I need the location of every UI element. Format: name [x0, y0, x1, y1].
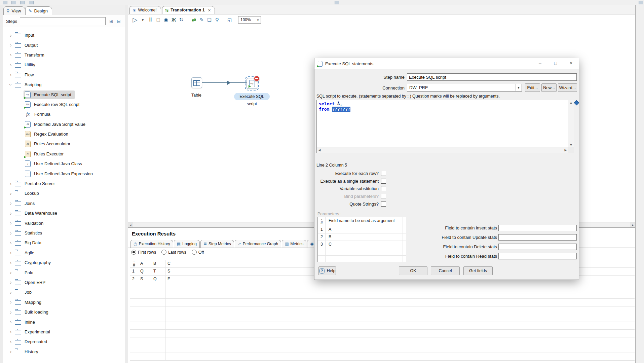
- pause-icon[interactable]: ‖: [147, 15, 154, 25]
- palette-folder-agile[interactable]: ›Agile: [3, 248, 125, 258]
- close-tab-icon[interactable]: ×: [208, 8, 211, 13]
- sql-horizontal-scrollbar[interactable]: ◀ ▶: [317, 147, 568, 153]
- palette-folder-scripting[interactable]: ›Scripting: [3, 80, 125, 89]
- explore-database-icon[interactable]: ⚲: [213, 15, 221, 25]
- radio-icon[interactable]: [161, 250, 166, 255]
- palette-folder-cryptography[interactable]: ›Cryptography: [3, 258, 125, 267]
- chevron-icon[interactable]: ›: [8, 319, 13, 325]
- chevron-icon[interactable]: ›: [8, 220, 13, 226]
- palette-folder-open-erp[interactable]: ›Open ERP: [3, 278, 125, 287]
- palette-folder-job[interactable]: ›Job: [3, 287, 125, 297]
- palette-folder-mapping[interactable]: ›Mapping: [3, 297, 125, 307]
- stat-field-input[interactable]: [498, 234, 577, 241]
- palette-folder-output[interactable]: ›Output: [3, 40, 125, 50]
- chevron-icon[interactable]: ›: [8, 181, 13, 186]
- chevron-icon[interactable]: ›: [8, 270, 13, 275]
- palette-folder-lookup[interactable]: ›Lookup: [3, 188, 125, 198]
- palette-folder-big-data[interactable]: ›Big Data: [3, 238, 125, 248]
- collapse-all-icon[interactable]: ⊟: [116, 19, 122, 24]
- new-connection-button[interactable]: New...: [541, 83, 557, 92]
- checkbox[interactable]: [381, 171, 386, 176]
- connection-combo[interactable]: DW_PRE ▾: [407, 84, 522, 92]
- palette-folder-deprecated[interactable]: ›Deprecated: [3, 337, 125, 347]
- field-name-cell[interactable]: B: [326, 233, 403, 241]
- results-tab-step-metrics[interactable]: ≣Step Metrics: [200, 240, 234, 248]
- palette-step-rules-accumulator[interactable]: JSRules Accumulator: [3, 139, 125, 149]
- palette-folder-joins[interactable]: ›Joins: [3, 198, 125, 208]
- replay-icon[interactable]: ↻: [178, 15, 185, 25]
- chevron-icon[interactable]: ›: [8, 290, 13, 295]
- palette-folder-experimental[interactable]: ›Experimental: [3, 327, 125, 337]
- step-node-table[interactable]: [191, 77, 202, 88]
- field-name-cell[interactable]: C: [326, 241, 403, 248]
- chevron-icon[interactable]: ›: [8, 329, 13, 334]
- chevron-icon[interactable]: ›: [8, 52, 13, 58]
- chevron-icon[interactable]: ›: [8, 230, 13, 236]
- field-name-cell[interactable]: [326, 248, 403, 255]
- table-row[interactable]: 1A: [318, 226, 406, 233]
- maximize-button[interactable]: □: [548, 58, 563, 69]
- scroll-right-icon[interactable]: ▶: [563, 148, 568, 152]
- radio-first-rows[interactable]: First rows: [131, 250, 156, 255]
- cancel-button[interactable]: Cancel: [431, 266, 460, 275]
- palette-step-modified-java-script-value[interactable]: JSModified Java Script Value: [3, 119, 125, 129]
- dialog-title-bar[interactable]: Execute SQL statements –□×: [314, 58, 579, 69]
- field-name-cell[interactable]: A: [326, 226, 403, 233]
- chevron-icon[interactable]: ›: [8, 191, 13, 196]
- radio-icon[interactable]: [192, 250, 197, 255]
- palette-folder-statistics[interactable]: ›Statistics: [3, 228, 125, 238]
- ok-button[interactable]: OK: [399, 266, 427, 275]
- wizard-connection-button[interactable]: Wizard...: [558, 83, 577, 92]
- chevron-icon[interactable]: ›: [8, 42, 13, 48]
- chevron-icon[interactable]: ›: [8, 240, 13, 246]
- chevron-icon[interactable]: ›: [8, 33, 13, 38]
- palette-folder-history[interactable]: ›History: [3, 347, 125, 357]
- get-fields-button[interactable]: Get fields: [463, 266, 493, 275]
- table-row[interactable]: 2B: [318, 233, 406, 241]
- palette-step-formula[interactable]: fxFormula: [3, 109, 125, 119]
- zoom-combo[interactable]: 100%▾: [238, 16, 261, 24]
- help-button[interactable]: ? Help: [318, 266, 336, 275]
- show-results-pane-icon[interactable]: ◱: [226, 15, 233, 25]
- chevron-icon[interactable]: ›: [8, 280, 13, 285]
- palette-step-user-defined-java-class[interactable]: JUser Defined Java Class: [3, 159, 125, 169]
- checkbox[interactable]: [381, 202, 386, 207]
- palette-folder-palo[interactable]: ›Palo: [3, 267, 125, 277]
- field-name-cell[interactable]: [326, 256, 403, 262]
- scroll-left-icon[interactable]: ◀: [317, 148, 322, 152]
- chevron-icon[interactable]: ›: [8, 260, 13, 265]
- radio-off[interactable]: Off: [192, 250, 204, 255]
- debug-icon[interactable]: Ж: [170, 15, 178, 25]
- panel-splitter[interactable]: [125, 5, 128, 363]
- palette-folder-bulk-loading[interactable]: ›Bulk loading: [3, 307, 125, 317]
- palette-folder-transform[interactable]: ›Transform: [3, 50, 125, 60]
- chevron-icon[interactable]: ›: [8, 82, 13, 87]
- chevron-down-icon[interactable]: ▾: [515, 84, 522, 91]
- results-tab-performance-graph[interactable]: ↗Performance Graph: [235, 240, 281, 248]
- palette-folder-data-warehouse[interactable]: ›Data Warehouse: [3, 208, 125, 218]
- results-tab-metrics[interactable]: ▥Metrics: [282, 240, 306, 248]
- chevron-icon[interactable]: ›: [8, 211, 13, 216]
- scroll-right-icon[interactable]: ▸: [630, 222, 636, 228]
- stat-field-input[interactable]: [498, 225, 577, 231]
- edit-connection-button[interactable]: Edit...: [525, 83, 540, 92]
- sql-text[interactable]: select À, from ???????: [317, 100, 568, 147]
- tab-transformation-1[interactable]: ⇆Transformation 1×: [162, 6, 215, 14]
- chevron-icon[interactable]: ›: [8, 310, 13, 315]
- generate-sql-icon[interactable]: ❏: [205, 15, 213, 25]
- scroll-up-icon[interactable]: ▲: [568, 100, 574, 105]
- verify-transformation-icon[interactable]: ⇄: [190, 15, 198, 25]
- checkbox[interactable]: [381, 179, 386, 184]
- step-node-execute-sql-script[interactable]: SQL: [247, 78, 257, 89]
- minimize-button[interactable]: –: [532, 58, 548, 69]
- palette-folder-validation[interactable]: ›Validation: [3, 218, 125, 228]
- preview-icon[interactable]: ◉: [162, 15, 170, 25]
- steps-search-input[interactable]: [20, 17, 106, 25]
- palette-step-execute-row-sql-script[interactable]: SQLExecute row SQL script: [3, 100, 125, 109]
- radio-icon[interactable]: [131, 250, 136, 255]
- chevron-icon[interactable]: ›: [8, 349, 13, 354]
- stat-field-input[interactable]: [498, 253, 577, 259]
- impact-analysis-icon[interactable]: ✎: [198, 15, 205, 25]
- step-name-input[interactable]: [407, 73, 577, 81]
- expand-all-icon[interactable]: ⊞: [108, 19, 114, 24]
